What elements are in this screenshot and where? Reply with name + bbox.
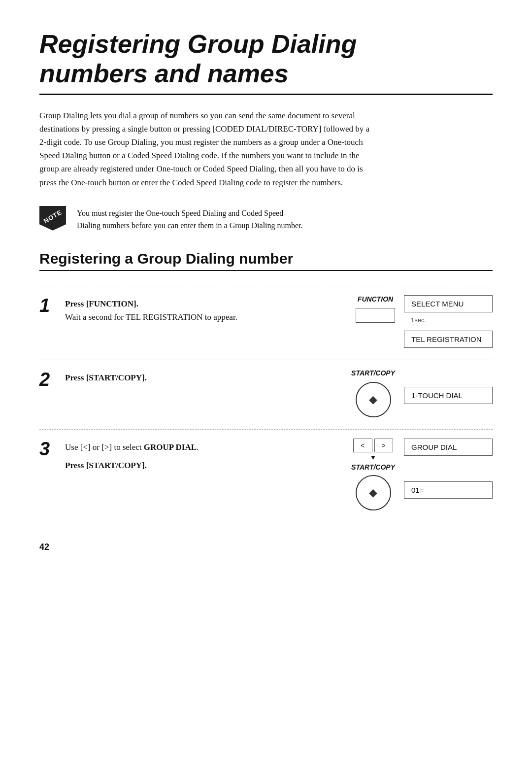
title-divider <box>39 94 493 95</box>
step-1-display-1sec: 1sec. <box>404 315 493 328</box>
step-2-circle-button[interactable]: ◆ <box>356 382 391 417</box>
step-3-number: 3 <box>39 439 65 458</box>
step-1-action: Press [FUNCTION]. <box>65 299 138 308</box>
step-1-button-label: FUNCTION <box>358 295 393 303</box>
step-3-description: Use [<] or [>] to select GROUP DIAL. Pre… <box>65 439 336 472</box>
note-content: You must register the One-touch Speed Di… <box>77 205 303 232</box>
page-title: Registering Group Dialing numbers and na… <box>39 30 493 89</box>
step-2-diagram: START/COPY ◆ 1-TOUCH DIAL <box>336 369 493 417</box>
step-2-display-col: 1-TOUCH DIAL <box>404 369 493 404</box>
step-3-display-col: GROUP DIAL 01= <box>404 439 493 499</box>
step-3-row: 3 Use [<] or [>] to select GROUP DIAL. P… <box>39 429 493 522</box>
step-2-button-col: START/COPY ◆ <box>351 369 395 417</box>
step-1-display-1: SELECT MENU <box>404 295 493 312</box>
step-2-description: Press [START/COPY]. <box>65 369 336 384</box>
step-3-diagram: < > ▼ START/COPY ◆ GROUP DIAL 01= <box>336 439 493 510</box>
step-1-description: Press [FUNCTION]. Wait a second for TEL … <box>65 295 341 324</box>
step-2-display-1: 1-TOUCH DIAL <box>404 387 493 404</box>
step-1-diagram: FUNCTION SELECT MENU 1sec. TEL REGISTRAT… <box>341 295 493 348</box>
step-1-row: 1 Press [FUNCTION]. Wait a second for TE… <box>39 286 493 360</box>
step-1-button-col: FUNCTION <box>356 295 395 323</box>
step-1-function-button[interactable] <box>356 308 395 323</box>
step-3-display-1: GROUP DIAL <box>404 439 493 456</box>
step-1-display-2: TEL REGISTRATION <box>404 331 493 348</box>
step-3-nav-buttons: < > <box>353 439 393 452</box>
step-1-sub: Wait a second for TEL REGISTRATION to ap… <box>65 312 237 322</box>
step-2-button-label: START/COPY <box>351 369 395 377</box>
step-2-number: 2 <box>39 369 65 389</box>
step-2-action: Press [START/COPY]. <box>65 373 147 382</box>
note-flag: NOTE <box>39 206 69 233</box>
step-1-number: 1 <box>39 295 65 315</box>
step-1-display-col: SELECT MENU 1sec. TEL REGISTRATION <box>404 295 493 348</box>
page-number: 42 <box>39 542 493 552</box>
step-3-circle-button[interactable]: ◆ <box>356 475 391 510</box>
note-label: NOTE <box>42 208 63 225</box>
step-3-button-label: START/COPY <box>351 463 395 471</box>
step-3-sub-action: Press [START/COPY]. <box>65 459 336 472</box>
step-3-right-button[interactable]: > <box>374 439 393 452</box>
intro-paragraph: Group Dialing lets you dial a group of n… <box>39 109 374 189</box>
step-3-action: Use [<] or [>] to select GROUP DIAL. <box>65 442 199 452</box>
step-3-button-col: < > ▼ START/COPY ◆ <box>351 439 395 510</box>
step-3-arrow: ▼ <box>370 454 377 461</box>
note-box: NOTE You must register the One-touch Spe… <box>39 205 493 233</box>
section-title: Registering a Group Dialing number <box>39 250 493 271</box>
step-3-display-2: 01= <box>404 481 493 499</box>
step-2-row: 2 Press [START/COPY]. START/COPY ◆ 1-TOU… <box>39 360 493 429</box>
step-3-left-button[interactable]: < <box>353 439 372 452</box>
steps-container: 1 Press [FUNCTION]. Wait a second for TE… <box>39 286 493 522</box>
